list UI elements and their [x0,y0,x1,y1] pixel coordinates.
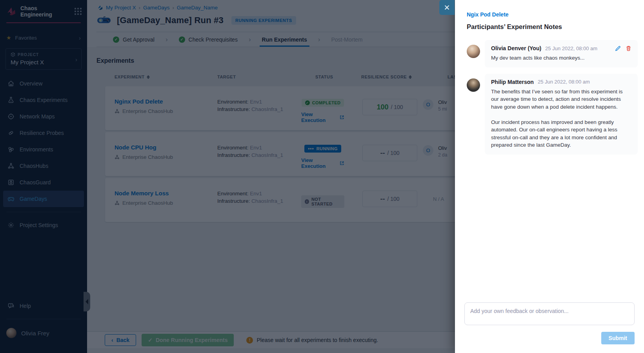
harness-mark-icon [97,5,103,11]
experiment-status: ! NOT STARTED [301,195,344,208]
chevron-right-icon: › [318,36,320,44]
sidebar-item-chaoshubs[interactable]: ChaosHubs [3,158,84,174]
sidebar-divider [6,212,81,212]
experiment-name-link[interactable]: Node Memory Loss [115,190,169,197]
drawer-header: Ngix Pod Delete Participants’ Experiment… [455,0,644,31]
breadcrumb-link-gameday-name[interactable]: GameDay_Name [177,5,218,11]
close-drawer-button[interactable]: ✕ [439,0,455,15]
breadcrumb-link-project[interactable]: My Project X [106,5,136,11]
done-running-experiments-button[interactable]: ✓ Done Running Experiments [142,334,234,346]
sort-icon[interactable] [147,75,150,79]
network-map-icon [7,113,15,120]
note-body: My dev team acts like chaos monkeys... [491,54,631,62]
column-header-experiment[interactable]: EXPERIMENT [115,75,150,79]
app-root: Chaos Engineering ★ Favorites › PROJECT … [0,0,644,353]
sidebar-item-favorites[interactable]: ★ Favorites › [0,33,87,42]
resilience-score: -- / 100 [362,191,417,207]
edit-note-icon[interactable] [615,45,621,51]
cube-icon [11,52,15,57]
feedback-input-area: Submit [455,302,644,353]
status-badge-running: ••• RUNNING [304,145,341,153]
project-selector[interactable]: PROJECT My Project X › [5,48,82,70]
run-status-badge: RUNNING EXPERIMENTS [231,16,296,25]
view-execution-link[interactable]: View Execution [301,111,344,123]
sidebar-item-label: Environments [20,146,53,153]
chevron-right-icon: › [79,35,81,41]
status-badge-not-started: ! NOT STARTED [301,195,344,208]
app-title: Chaos Engineering [20,5,56,18]
sidebar-item-gamedays[interactable]: GameDays [3,191,84,207]
close-icon: ✕ [444,3,450,12]
project-label-row: PROJECT [11,52,77,57]
note-body: The benefits that I’ve seen so far from … [491,88,631,149]
running-dots-icon: ••• [308,147,314,150]
last-updated: O Oliv 2 da [423,145,447,158]
probe-icon [7,129,15,136]
external-link-icon [340,161,344,166]
check-circle-icon: ✓ [113,36,119,43]
score-denominator: / 100 [387,196,399,202]
column-header-resilience-score[interactable]: RESILIENCE SCORE [361,75,412,79]
experiment-name-link[interactable]: Node CPU Hog [115,144,156,151]
shield-lock-icon [7,179,15,186]
last-user-avatar: O [423,99,433,110]
sidebar-nav: Overview Chaos Experiments Network Maps … [0,75,87,233]
sidebar-bottom: ? Help Olivia Frey [0,298,87,338]
sidebar-item-label: Network Maps [20,113,55,120]
last-updated-time: 2 da [438,152,447,158]
experiment-hub: Enterprise ChaosHub [115,108,173,114]
gamepad-icon [7,195,15,202]
sidebar-item-chaosguard[interactable]: ChaosGuard [3,174,84,191]
sidebar-item-label: Help [20,303,31,309]
notes-drawer: Ngix Pod Delete Participants’ Experiment… [455,0,644,353]
chevron-left-icon [86,299,88,304]
sidebar-item-resilience-probes[interactable]: Resilience Probes [3,125,84,141]
note-card: Philip Matterson 25 Jun 2022, 08:00 am T… [485,74,638,155]
help-chat-icon: ? [7,302,15,309]
step-post-mortem[interactable]: Post-Mortem [331,36,362,43]
sidebar-collapse-handle[interactable] [84,292,90,311]
user-profile[interactable]: Olivia Frey [0,324,87,338]
chevron-left-icon: ‹ [111,337,113,343]
flask-icon [7,96,15,104]
sidebar-item-chaos-experiments[interactable]: Chaos Experiments [3,92,84,108]
experiment-target: Environment: Env1 Infrastructure: ChaosI… [217,98,283,113]
note-author-avatar [467,45,480,58]
experiment-status: ••• RUNNING View Execution [301,145,344,169]
step-run-experiments[interactable]: Run Experiments [262,36,307,43]
step-get-approval[interactable]: ✓ Get Approval [113,36,155,43]
submit-button[interactable]: Submit [601,332,635,344]
experiment-name-link[interactable]: Nginx Pod Delete [115,98,163,105]
sidebar-item-environments[interactable]: Environments [3,141,84,158]
breadcrumb-link-gamedays[interactable]: GameDays [143,5,170,11]
resilience-score: 100 / 100 [362,99,417,115]
back-button[interactable]: ‹ Back [105,334,136,346]
chevron-right-icon: › [166,36,168,44]
sort-icon[interactable] [409,75,412,79]
experiment-link[interactable]: Ngix Pod Delete [467,11,509,18]
sidebar-item-network-maps[interactable]: Network Maps [3,108,84,125]
external-link-icon [340,115,344,120]
footer-warning: ! Please wait for all experiments to fin… [246,337,378,344]
status-badge-completed: ✓ COMPLETED [302,99,344,107]
delete-note-icon[interactable] [626,45,631,51]
check-circle-icon: ✓ [179,36,185,43]
star-icon: ★ [6,35,11,41]
experiment-hub: Enterprise ChaosHub [115,154,173,160]
chaos-engineering-logo-icon [6,6,16,16]
step-label: Run Experiments [262,36,307,43]
module-grid-icon[interactable] [75,8,82,15]
sidebar-item-overview[interactable]: Overview [3,75,84,92]
drawer-title: Participants’ Experiment Notes [467,23,635,31]
sidebar-item-label: Overview [20,80,42,87]
sidebar-item-help[interactable]: ? Help [3,298,84,314]
sidebar-item-project-settings[interactable]: Project Settings [3,217,84,233]
sidebar-divider [6,319,81,319]
feedback-input[interactable] [464,302,635,325]
gamepad-title-icon [96,16,111,25]
score-denominator: / 100 [387,150,399,156]
chaoshub-icon [115,200,120,206]
score-value: 100 [377,103,388,111]
step-check-prerequisites[interactable]: ✓ Check Prerequisites [179,36,238,43]
view-execution-link[interactable]: View Execution [301,157,344,169]
